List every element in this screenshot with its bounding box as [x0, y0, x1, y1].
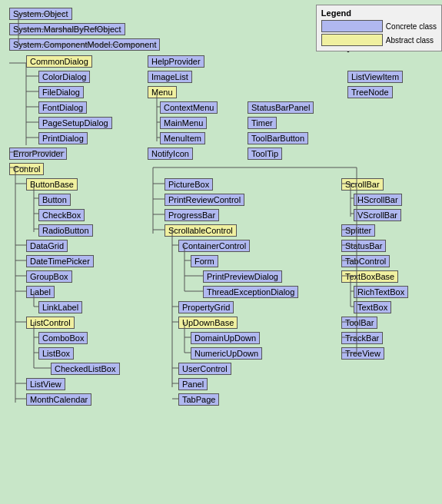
node-thread-exception-dialog: ThreadExceptionDialog: [203, 286, 298, 298]
node-image-list: ImageList: [148, 71, 192, 83]
node-status-bar-panel: StatusBarPanel: [248, 101, 314, 114]
node-menu: Menu: [148, 86, 177, 98]
node-text-box: TextBox: [354, 301, 391, 313]
node-timer: Timer: [248, 117, 277, 129]
node-track-bar: TrackBar: [341, 332, 383, 344]
node-group-box: GroupBox: [26, 270, 72, 283]
node-toolbar-button: ToolBarButton: [248, 132, 308, 144]
node-v-scroll-bar: VScrollBar: [354, 209, 401, 221]
node-form: Form: [191, 255, 218, 267]
node-link-label: LinkLabel: [38, 301, 82, 313]
node-tree-node: TreeNode: [347, 86, 393, 98]
node-help-provider: HelpProvider: [148, 55, 204, 68]
node-rich-text-box: RichTextBox: [354, 286, 408, 298]
legend-concrete-label: Concrete class: [386, 22, 437, 31]
node-print-review-control: PrintReviewControl: [165, 194, 244, 206]
node-print-dialog: PrintDialog: [38, 132, 88, 144]
node-main-menu: MainMenu: [160, 117, 207, 129]
node-color-dialog: ColorDialog: [38, 71, 90, 83]
node-tree-view: TreeView: [341, 347, 384, 360]
node-font-dialog: FontDialog: [38, 101, 87, 114]
node-date-time-picker: DateTimePicker: [26, 255, 94, 267]
node-container-control: ContainerControl: [178, 240, 250, 252]
node-error-provider: ErrorProvider: [9, 148, 67, 160]
node-splitter: Splitter: [341, 224, 375, 237]
node-button: Button: [38, 194, 71, 206]
node-picture-box: PictureBox: [165, 178, 213, 191]
node-text-box-base: TextBoxBase: [341, 270, 398, 283]
node-context-menu: ContextMenu: [160, 101, 218, 114]
node-menu-item: MenuItem: [160, 132, 205, 144]
node-tab-page: TabPage: [178, 393, 219, 406]
node-system-marshal: System.MarshalByRefObject: [9, 23, 125, 35]
node-system-component: System.ComponentModel.Component: [9, 38, 160, 51]
node-file-dialog: FileDialog: [38, 86, 84, 98]
node-button-base: ButtonBase: [26, 178, 78, 191]
node-tab-control: TabControl: [341, 255, 390, 267]
node-print-preview-dialog: PrintPreviewDialog: [203, 270, 282, 283]
legend-title: Legend: [321, 8, 437, 18]
node-page-setup-dialog: PageSetupDialog: [38, 117, 112, 129]
node-radio-button: RadioButton: [38, 224, 93, 237]
node-data-grid: DataGrid: [26, 240, 68, 252]
node-checkbox: CheckBox: [38, 209, 85, 221]
node-panel: Panel: [178, 378, 208, 390]
legend-abstract-item: Abstract class: [321, 34, 437, 46]
node-tooltip: ToolTip: [248, 148, 282, 160]
node-list-view-item: ListViewItem: [347, 71, 403, 83]
node-scroll-bar: ScrollBar: [341, 178, 384, 191]
node-domain-up-down: DomainUpDown: [191, 332, 260, 344]
node-numeric-up-down: NumericUpDown: [191, 347, 262, 360]
node-system-object: System.Object: [9, 8, 72, 20]
node-list-view: ListView: [26, 378, 65, 390]
node-common-dialog: CommonDialog: [26, 55, 92, 68]
node-month-calendar: MonthCalendar: [26, 393, 91, 406]
node-scrollable-control: ScrollableControl: [165, 224, 237, 237]
node-combo-box: ComboBox: [38, 332, 88, 344]
node-tool-bar: ToolBar: [341, 317, 377, 329]
legend: Legend Concrete class Abstract class: [316, 5, 442, 51]
legend-abstract-label: Abstract class: [386, 36, 434, 45]
node-list-control: ListControl: [26, 317, 75, 329]
node-list-box: ListBox: [38, 347, 74, 360]
node-user-control: UserControl: [178, 363, 231, 375]
node-control: Control: [9, 163, 44, 175]
node-checked-list-box: CheckedListBox: [51, 363, 120, 375]
node-h-scroll-bar: HScrollBar: [354, 194, 402, 206]
legend-concrete-box: [321, 20, 383, 32]
legend-concrete-item: Concrete class: [321, 20, 437, 32]
node-status-bar: StatusBar: [341, 240, 386, 252]
node-property-grid: PropertyGrid: [178, 301, 234, 313]
node-up-down-base: UpDownBase: [178, 317, 238, 329]
legend-abstract-box: [321, 34, 383, 46]
node-progress-bar: ProgressBar: [165, 209, 219, 221]
node-notify-icon: NotifyIcon: [148, 148, 193, 160]
node-label: Label: [26, 286, 55, 298]
